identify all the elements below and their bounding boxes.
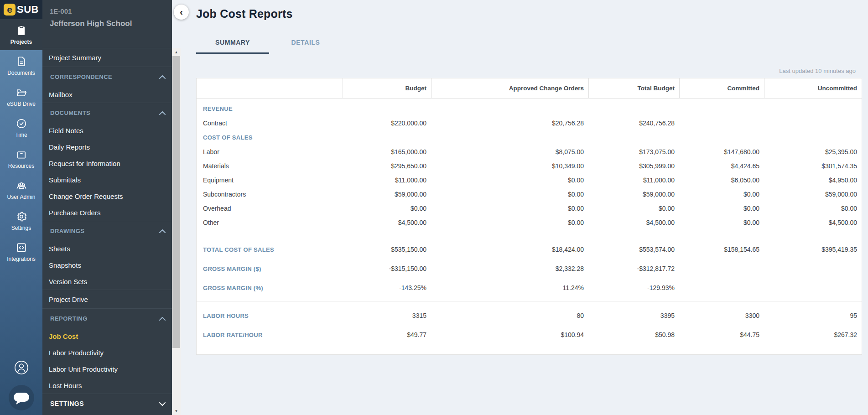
sidebar-item-labor-productivity[interactable]: Labor Productivity: [42, 344, 172, 361]
chevron-up-icon: [159, 315, 166, 322]
rail-item-label: Settings: [11, 225, 31, 231]
sidebar-item-snapshots[interactable]: Snapshots: [42, 257, 172, 273]
cell-committed: 3300: [679, 312, 764, 319]
cell-total-budget: -$312,817.72: [588, 265, 679, 272]
table-row-other: Other$4,500.00$0.00$4,500.00$0.00$4,500.…: [197, 215, 862, 229]
sidebar-collapse-button[interactable]: ‹: [174, 5, 189, 20]
cell-approved-change-orders: $0.00: [431, 205, 588, 212]
sidebar-section-reporting[interactable]: REPORTING: [42, 309, 172, 328]
column-header-total-budget: Total Budget: [588, 78, 679, 98]
sidebar-item-request-for-information[interactable]: Request for Information: [42, 155, 172, 171]
code-icon: [16, 242, 27, 254]
row-label: Overhead: [197, 205, 343, 212]
cell-approved-change-orders: $10,349.00: [431, 162, 588, 170]
cell-approved-change-orders: $20,756.28: [431, 119, 588, 127]
project-code: 1E-001: [50, 7, 165, 15]
tab-summary[interactable]: SUMMARY: [196, 39, 269, 54]
rail-item-label: eSUB Drive: [7, 101, 36, 107]
row-label: GROSS MARGIN (%): [197, 285, 343, 291]
sidebar-item-submittals[interactable]: Submittals: [42, 171, 172, 188]
cell-approved-change-orders: $18,424.00: [431, 246, 588, 253]
rail-items: ProjectsDocumentseSUB DriveTimeResources…: [0, 19, 42, 267]
cell-budget: $220,000.00: [343, 119, 431, 127]
sidebar-item-lost-hours[interactable]: Lost Hours: [42, 377, 172, 394]
table-header-row: BudgetApproved Change OrdersTotal Budget…: [197, 78, 862, 99]
cell-total-budget: $553,574.00: [588, 246, 679, 253]
cell-approved-change-orders: $0.00: [431, 219, 588, 226]
cell-uncommitted: $395,419.35: [764, 246, 862, 253]
scrollbar-thumb[interactable]: [172, 56, 180, 348]
sidebar-item-project-drive[interactable]: Project Drive: [42, 290, 172, 308]
scrollbar-up-arrow-icon[interactable]: ▲: [172, 48, 181, 56]
sidebar-section-correspondence[interactable]: CORRESPONDENCE: [42, 67, 172, 86]
column-header-approved-change-orders: Approved Change Orders: [431, 78, 588, 98]
sidebar-item-field-notes[interactable]: Field Notes: [42, 122, 172, 139]
sidebar-item-sheets[interactable]: Sheets: [42, 240, 172, 257]
last-updated-text: Last updated 10 minutes ago: [196, 67, 862, 74]
rail-item-esub-drive[interactable]: eSUB Drive: [0, 81, 42, 112]
rail-item-projects[interactable]: Projects: [0, 19, 42, 50]
table-row-labor: Labor$165,000.00$8,075.00$173,075.00$147…: [197, 145, 862, 159]
clock-icon: [16, 118, 27, 130]
sidebar-item-job-cost[interactable]: Job Cost: [42, 328, 172, 344]
rail-item-time[interactable]: Time: [0, 112, 42, 143]
cell-approved-change-orders: $8,075.00: [431, 148, 588, 156]
rail-item-integrations[interactable]: Integrations: [0, 236, 42, 267]
sidebar-section-label: DOCUMENTS: [50, 109, 90, 116]
rail-item-user-admin[interactable]: User Admin: [0, 174, 42, 205]
cell-committed: $4,424.65: [679, 162, 764, 170]
cell-committed: $0.00: [679, 205, 764, 212]
cell-budget: $295,650.00: [343, 162, 431, 170]
page-title: Job Cost Reports: [196, 7, 868, 21]
table-row-labor-hours: LABOR HOURS3315803395330095: [197, 306, 862, 325]
tab-details[interactable]: DETAILS: [269, 39, 342, 54]
esub-logo-text: SUB: [17, 4, 39, 16]
sidebar-item-purchase-orders[interactable]: Purchase Orders: [42, 204, 172, 221]
sidebar-item-version-sets[interactable]: Version Sets: [42, 273, 172, 290]
project-sidebar-menu: Project SummaryCORRESPONDENCEMailboxDOCU…: [42, 48, 172, 413]
table-section-labor: LABOR HOURS3315803395330095LABOR RATE/HO…: [197, 301, 862, 354]
cell-committed: $6,050.00: [679, 176, 764, 184]
row-label: LABOR HOURS: [197, 312, 343, 319]
table-row-cost-of-sales: COST OF SALES: [197, 130, 862, 145]
rail-item-resources[interactable]: Resources: [0, 143, 42, 174]
sidebar-scrollbar[interactable]: ▲ ▼: [172, 48, 181, 415]
sidebar-section-documents[interactable]: DOCUMENTS: [42, 103, 172, 122]
tabs: SUMMARY DETAILS: [196, 39, 868, 54]
sidebar-item-labor-unit-productivity[interactable]: Labor Unit Productivity: [42, 361, 172, 377]
row-label: Subcontractors: [197, 191, 343, 198]
cell-budget: 3315: [343, 312, 431, 319]
table-row-gross-margin: GROSS MARGIN (%)-143.25%11.24%-129.93%: [197, 278, 862, 297]
cell-uncommitted: $4,500.00: [764, 219, 862, 226]
rail-item-settings[interactable]: Settings: [0, 205, 42, 236]
sidebar-section-drawings[interactable]: DRAWINGS: [42, 221, 172, 240]
sidebar-item-daily-reports[interactable]: Daily Reports: [42, 139, 172, 155]
column-header-empty: [197, 78, 343, 98]
rail-item-documents[interactable]: Documents: [0, 50, 42, 81]
column-header-committed: Committed: [679, 78, 764, 98]
scrollbar-down-arrow-icon[interactable]: ▼: [172, 407, 181, 415]
chevron-up-icon: [159, 228, 166, 234]
chat-bubble-icon[interactable]: [9, 385, 34, 410]
user-profile-icon[interactable]: [14, 360, 29, 377]
esub-logo[interactable]: e SUB: [0, 0, 42, 19]
table-section-totals: TOTAL COST OF SALES$535,150.00$18,424.00…: [197, 236, 862, 301]
row-label: TOTAL COST OF SALES: [197, 246, 343, 253]
sidebar-section-settings[interactable]: SETTINGS: [42, 394, 172, 413]
cell-total-budget: $59,000.00: [588, 191, 679, 198]
sidebar-section-label: DRAWINGS: [50, 228, 85, 234]
cell-budget: -$315,150.00: [343, 265, 431, 272]
users-icon: [15, 180, 28, 192]
row-label: Materials: [197, 162, 343, 170]
cell-budget: -143.25%: [343, 284, 431, 291]
column-header-budget: Budget: [343, 78, 431, 98]
table-row-equipment: Equipment$11,000.00$0.00$11,000.00$6,050…: [197, 173, 862, 187]
cell-budget: $165,000.00: [343, 148, 431, 156]
column-header-uncommitted: Uncommitted: [764, 78, 862, 98]
sidebar-item-mailbox[interactable]: Mailbox: [42, 86, 172, 103]
cell-approved-change-orders: $0.00: [431, 176, 588, 184]
sidebar-item-project-summary[interactable]: Project Summary: [42, 48, 172, 67]
sidebar-item-change-order-requests[interactable]: Change Order Requests: [42, 188, 172, 204]
cell-total-budget: $305,999.00: [588, 162, 679, 170]
cell-budget: $49.77: [343, 331, 431, 338]
